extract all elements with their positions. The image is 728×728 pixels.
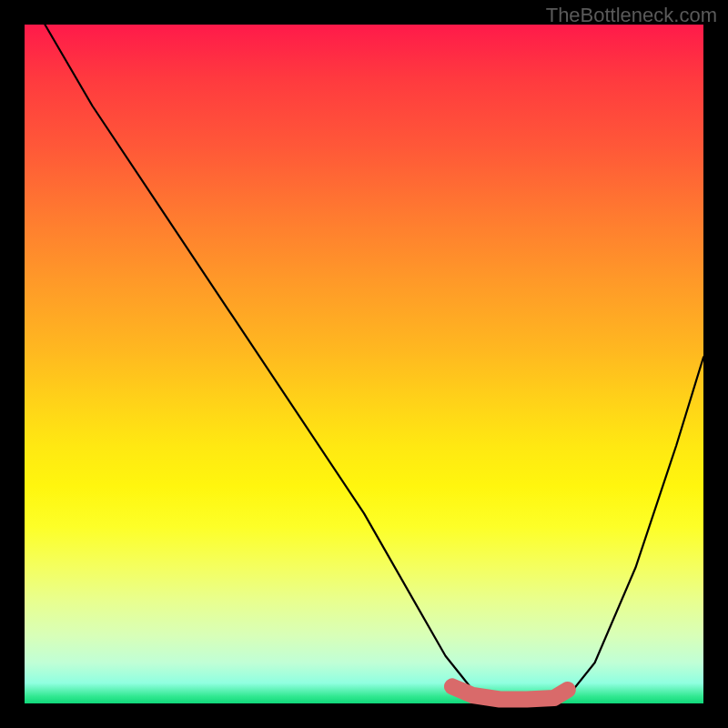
watermark-text: TheBottleneck.com: [546, 4, 717, 27]
bottleneck-curve: [45, 25, 703, 703]
highlight-band: [452, 686, 568, 699]
chart-svg: [25, 25, 703, 703]
plot-area: [25, 25, 703, 703]
